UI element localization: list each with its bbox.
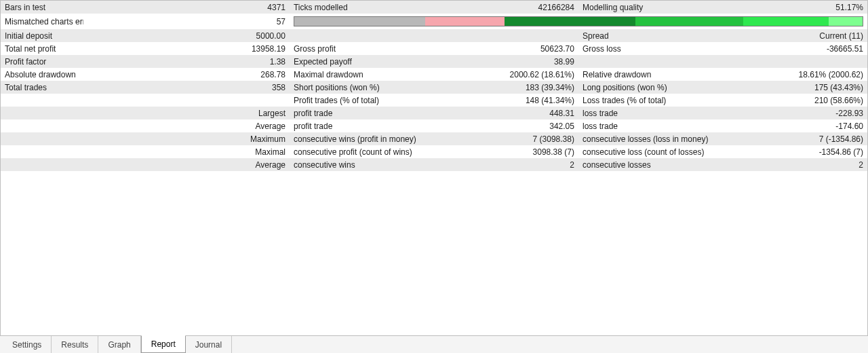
tab-report[interactable]: Report: [141, 335, 186, 353]
report-table: Bars in test 4371 Ticks modelled 4216628…: [1, 1, 867, 171]
loss-trades-value: 210 (58.66%): [730, 94, 867, 107]
row-largest: Largest profit trade 448.31 loss trade -…: [1, 107, 867, 119]
report-panel: Bars in test 4371 Ticks modelled 4216628…: [0, 0, 868, 336]
modelling-quality-label: Modelling quality: [578, 1, 730, 14]
largest-profit-value: 448.31: [441, 107, 578, 119]
row-average-consecutive: Average consecutive wins 2 consecutive l…: [1, 158, 867, 171]
average2-loss-value: 2: [730, 158, 867, 171]
spread-label: Spread: [578, 29, 730, 42]
bars-in-test-label: Bars in test: [1, 1, 83, 14]
maximum-profit-label: consecutive wins (profit in money): [290, 132, 441, 145]
largest-rowlabel: Largest: [83, 107, 290, 119]
ticks-modelled-label: Ticks modelled: [290, 1, 441, 14]
largest-loss-value: -228.93: [730, 107, 867, 119]
average2-loss-label: consecutive losses: [578, 158, 730, 171]
row-drawdowns: Absolute drawdown 268.78 Maximal drawdow…: [1, 68, 867, 81]
tab-journal[interactable]: Journal: [186, 336, 232, 353]
quality-bar-seg-2: [505, 17, 635, 26]
gross-loss-value: -36665.51: [730, 42, 867, 55]
total-trades-value: 358: [83, 81, 290, 94]
quality-bar-seg-4: [743, 17, 829, 26]
maximum-loss-value: 7 (-1354.86): [730, 132, 867, 145]
initial-deposit-label: Initial deposit: [1, 29, 83, 42]
quality-bar-seg-5: [829, 17, 863, 26]
maximal-dd-value: 2000.62 (18.61%): [441, 68, 578, 81]
largest-loss-label: loss trade: [578, 107, 730, 119]
quality-bar-seg-3: [635, 17, 743, 26]
expected-payoff-value: 38.99: [441, 55, 578, 68]
row-maximum: Maximum consecutive wins (profit in mone…: [1, 132, 867, 145]
long-positions-value: 175 (43.43%): [730, 81, 867, 94]
modelling-quality-value: 51.17%: [730, 1, 867, 14]
maximal-profit-label: consecutive profit (count of wins): [290, 145, 441, 158]
average-loss-value: -174.60: [730, 119, 867, 132]
average-profit-label: profit trade: [290, 119, 441, 132]
average-loss-label: loss trade: [578, 119, 730, 132]
row-maximal: Maximal consecutive profit (count of win…: [1, 145, 867, 158]
short-positions-value: 183 (39.34%): [441, 81, 578, 94]
profit-factor-value: 1.38: [83, 55, 290, 68]
maximal-loss-label: consecutive loss (count of losses): [578, 145, 730, 158]
absolute-dd-label: Absolute drawdown: [1, 68, 83, 81]
maximum-loss-label: consecutive losses (loss in money): [578, 132, 730, 145]
gross-profit-value: 50623.70: [441, 42, 578, 55]
maximal-profit-value: 3098.38 (7): [441, 145, 578, 158]
bars-in-test-value: 4371: [83, 1, 290, 14]
relative-dd-label: Relative drawdown: [578, 68, 730, 81]
relative-dd-value: 18.61% (2000.62): [730, 68, 867, 81]
row-mismatched-quality-bar: Mismatched charts errors 57: [1, 14, 867, 29]
maximal-rowlabel: Maximal: [83, 145, 290, 158]
profit-trades-value: 148 (41.34%): [441, 94, 578, 107]
mismatched-errors-label: Mismatched charts errors: [1, 14, 83, 29]
row-profit-loss-trades: Profit trades (% of total) 148 (41.34%) …: [1, 94, 867, 107]
tab-graph[interactable]: Graph: [98, 336, 140, 353]
largest-profit-label: profit trade: [290, 107, 441, 119]
modelling-quality-bar: [294, 16, 863, 26]
total-net-profit-label: Total net profit: [1, 42, 83, 55]
spread-value: Current (11): [730, 29, 867, 42]
row-net-gross-profit-loss: Total net profit 13958.19 Gross profit 5…: [1, 42, 867, 55]
gross-loss-label: Gross loss: [578, 42, 730, 55]
maximal-dd-label: Maximal drawdown: [290, 68, 441, 81]
ticks-modelled-value: 42166284: [441, 1, 578, 14]
tab-results[interactable]: Results: [52, 336, 98, 353]
profit-factor-label: Profit factor: [1, 55, 83, 68]
mismatched-errors-value: 57: [83, 14, 290, 29]
average-rowlabel: Average: [83, 119, 290, 132]
quality-bar-seg-0: [294, 17, 425, 26]
loss-trades-label: Loss trades (% of total): [578, 94, 730, 107]
total-net-profit-value: 13958.19: [83, 42, 290, 55]
initial-deposit-value: 5000.00: [83, 29, 290, 42]
row-bars-ticks-quality: Bars in test 4371 Ticks modelled 4216628…: [1, 1, 867, 14]
profit-trades-label: Profit trades (% of total): [290, 94, 441, 107]
average2-rowlabel: Average: [83, 158, 290, 171]
row-initial-deposit: Initial deposit 5000.00 Spread Current (…: [1, 29, 867, 42]
tab-settings[interactable]: Settings: [3, 336, 52, 353]
row-total-trades: Total trades 358 Short positions (won %)…: [1, 81, 867, 94]
absolute-dd-value: 268.78: [83, 68, 290, 81]
average2-profit-value: 2: [441, 158, 578, 171]
row-average-trade: Average profit trade 342.05 loss trade -…: [1, 119, 867, 132]
expected-payoff-label: Expected payoff: [290, 55, 441, 68]
row-profit-factor: Profit factor 1.38 Expected payoff 38.99: [1, 55, 867, 68]
maximal-loss-value: -1354.86 (7): [730, 145, 867, 158]
average2-profit-label: consecutive wins: [290, 158, 441, 171]
short-positions-label: Short positions (won %): [290, 81, 441, 94]
quality-bar-seg-1: [425, 17, 505, 26]
average-profit-value: 342.05: [441, 119, 578, 132]
long-positions-label: Long positions (won %): [578, 81, 730, 94]
total-trades-label: Total trades: [1, 81, 83, 94]
maximum-rowlabel: Maximum: [83, 132, 290, 145]
maximum-profit-value: 7 (3098.38): [441, 132, 578, 145]
bottom-tab-strip: Settings Results Graph Report Journal: [0, 335, 868, 353]
gross-profit-label: Gross profit: [290, 42, 441, 55]
